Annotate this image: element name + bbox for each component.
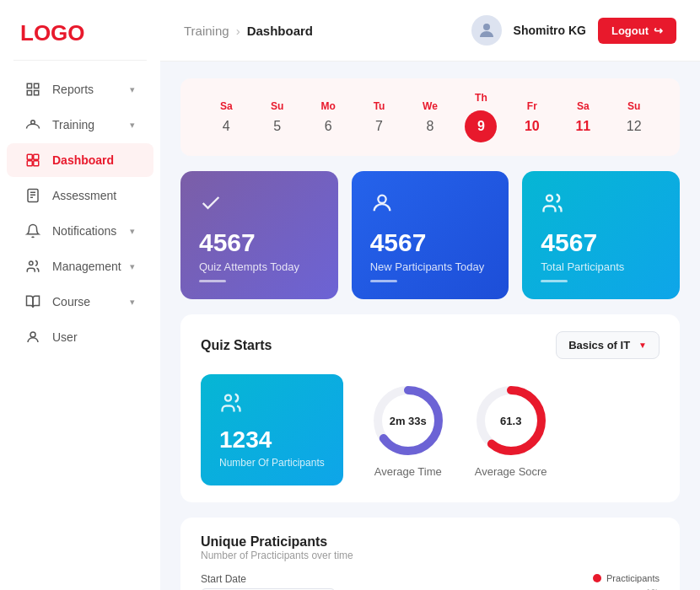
cal-day-num: 7 bbox=[375, 119, 383, 134]
sidebar-item-management-label: Management bbox=[52, 260, 121, 273]
sidebar-item-dashboard[interactable]: Dashboard bbox=[7, 143, 153, 177]
calendar-day-8[interactable]: We8 bbox=[408, 100, 452, 134]
svg-point-14 bbox=[30, 332, 35, 337]
cal-day-num: 5 bbox=[273, 119, 281, 134]
logout-label: Logout bbox=[611, 24, 649, 37]
avg-score-value: 61.3 bbox=[500, 414, 521, 426]
cal-day-name: Sa bbox=[577, 100, 590, 112]
avg-score-label: Average Socre bbox=[475, 465, 547, 478]
quiz-participants-num: 1234 bbox=[219, 426, 325, 453]
svg-rect-2 bbox=[27, 91, 31, 95]
quiz-dropdown-label: Basics of IT bbox=[568, 339, 630, 351]
stat-label-new-participants: New Participants Today bbox=[370, 260, 491, 273]
management-icon bbox=[25, 259, 44, 274]
svg-rect-5 bbox=[27, 154, 32, 159]
cal-day-num: 8 bbox=[427, 119, 434, 134]
logout-button[interactable]: Logout ↪ bbox=[598, 18, 676, 44]
calendar-day-12[interactable]: Su12 bbox=[612, 100, 656, 134]
calendar-day-7[interactable]: Tu7 bbox=[358, 100, 401, 134]
logo-red: LO bbox=[20, 20, 51, 46]
stat-label-total-participants: Total Participants bbox=[541, 260, 661, 273]
cal-day-num: 10 bbox=[525, 119, 540, 134]
cal-day-name: Fr bbox=[527, 100, 537, 112]
svg-rect-7 bbox=[27, 161, 32, 166]
svg-point-18 bbox=[225, 395, 231, 401]
sidebar-item-assessment[interactable]: Assessment bbox=[7, 179, 153, 212]
legend-label: Practicipants bbox=[606, 573, 660, 583]
quiz-participants-label: Number Of Participants bbox=[219, 457, 325, 469]
quiz-participants-card: 1234 Number Of Participants bbox=[201, 374, 343, 485]
chevron-icon-notifications: ▾ bbox=[130, 226, 135, 237]
sidebar-item-training-label: Training bbox=[52, 118, 94, 131]
quiz-dropdown[interactable]: Basics of IT ▼ bbox=[556, 331, 660, 359]
content-area: Sa4Su5Mo6Tu7We8Th9Fr10Sa11Su12 4567 Quiz… bbox=[160, 62, 700, 590]
cal-day-name: Tu bbox=[374, 100, 385, 112]
logo: LOGO bbox=[0, 0, 160, 60]
avg-time-donut: 2m 33s bbox=[370, 383, 446, 459]
sidebar-item-user[interactable]: User bbox=[7, 320, 153, 354]
cal-day-name: Su bbox=[271, 100, 283, 112]
stat-icon-new-participants bbox=[370, 191, 491, 220]
calendar-day-9[interactable]: Th9 bbox=[459, 92, 503, 142]
calendar-day-10[interactable]: Fr10 bbox=[510, 100, 554, 134]
quiz-section: Quiz Starts Basics of IT ▼ 1234 Number O… bbox=[180, 314, 680, 502]
legend-dot bbox=[593, 574, 601, 582]
calendar-day-11[interactable]: Sa11 bbox=[561, 100, 605, 134]
cal-day-num: 12 bbox=[627, 119, 642, 134]
chevron-icon-course: ▾ bbox=[130, 297, 135, 308]
svg-rect-8 bbox=[34, 161, 39, 166]
cal-day-inner-today: 9 bbox=[465, 110, 497, 142]
start-date-label: Start Date bbox=[201, 573, 336, 585]
cal-day-name: We bbox=[423, 100, 438, 112]
stat-underline-quiz-attempts bbox=[199, 280, 226, 282]
breadcrumb-parent: Training bbox=[184, 24, 229, 38]
calendar-day-6[interactable]: Mo6 bbox=[306, 100, 350, 134]
quiz-participants-icon bbox=[219, 391, 325, 420]
chevron-icon-management: ▾ bbox=[130, 261, 135, 272]
stat-num-new-participants: 4567 bbox=[370, 228, 491, 257]
svg-rect-3 bbox=[35, 91, 39, 95]
sidebar: LOGO Reports ▾ Training ▾ Dashboard bbox=[0, 0, 160, 590]
stat-card-quiz-attempts: 4567 Quiz Attempts Today bbox=[180, 171, 338, 299]
logo-text: GO bbox=[51, 20, 84, 46]
stat-icon-total-participants bbox=[541, 191, 661, 220]
sidebar-item-dashboard-label: Dashboard bbox=[52, 153, 114, 167]
quiz-avg-score: 61.3 Average Socre bbox=[473, 383, 549, 478]
stat-card-total-participants: 4567 Total Participants bbox=[522, 171, 680, 299]
quiz-avg-time: 2m 33s Average Time bbox=[370, 383, 446, 478]
cal-day-name: Su bbox=[627, 100, 640, 112]
training-icon bbox=[25, 117, 44, 132]
quiz-body: 1234 Number Of Participants 2m 33s bbox=[201, 374, 660, 485]
calendar-day-4[interactable]: Sa4 bbox=[204, 100, 248, 134]
sidebar-item-management[interactable]: Management ▾ bbox=[7, 249, 153, 283]
sidebar-nav: Reports ▾ Training ▾ Dashboard Assessmen… bbox=[0, 61, 160, 590]
unique-title: Unique Praticipants bbox=[201, 534, 660, 550]
cal-day-num: 11 bbox=[575, 119, 590, 134]
avg-score-donut: 61.3 bbox=[473, 383, 549, 459]
sidebar-item-reports[interactable]: Reports ▾ bbox=[7, 72, 153, 106]
cal-day-name: Sa bbox=[220, 100, 233, 112]
sidebar-item-training[interactable]: Training ▾ bbox=[7, 108, 153, 142]
sidebar-item-course[interactable]: Course ▾ bbox=[7, 285, 153, 319]
calendar-day-5[interactable]: Su5 bbox=[256, 100, 299, 134]
breadcrumb-current: Dashboard bbox=[247, 24, 313, 38]
unique-participants-section: Unique Praticipants Number of Practicipa… bbox=[180, 518, 680, 590]
unique-subtitle: Number of Practicipants over time bbox=[201, 550, 660, 561]
sidebar-item-reports-label: Reports bbox=[52, 83, 94, 96]
svg-point-15 bbox=[483, 24, 490, 30]
chevron-icon-training: ▾ bbox=[130, 120, 135, 131]
svg-rect-0 bbox=[27, 83, 31, 88]
notification-icon bbox=[25, 223, 44, 239]
calendar-strip: Sa4Su5Mo6Tu7We8Th9Fr10Sa11Su12 bbox=[180, 78, 680, 156]
dashboard-icon bbox=[25, 153, 44, 168]
sidebar-item-assessment-label: Assessment bbox=[52, 189, 116, 202]
chevron-icon-reports: ▾ bbox=[130, 84, 135, 95]
header-right: Shomitro KG Logout ↪ bbox=[471, 15, 676, 46]
stat-underline-total-participants bbox=[541, 280, 568, 282]
main-content: Training › Dashboard Shomitro KG Logout … bbox=[160, 0, 700, 590]
quiz-header: Quiz Starts Basics of IT ▼ bbox=[201, 331, 660, 359]
sidebar-item-notifications[interactable]: Notifications ▾ bbox=[7, 214, 153, 248]
header: Training › Dashboard Shomitro KG Logout … bbox=[160, 0, 700, 62]
cal-day-num: 9 bbox=[477, 119, 485, 134]
course-icon bbox=[25, 294, 44, 309]
